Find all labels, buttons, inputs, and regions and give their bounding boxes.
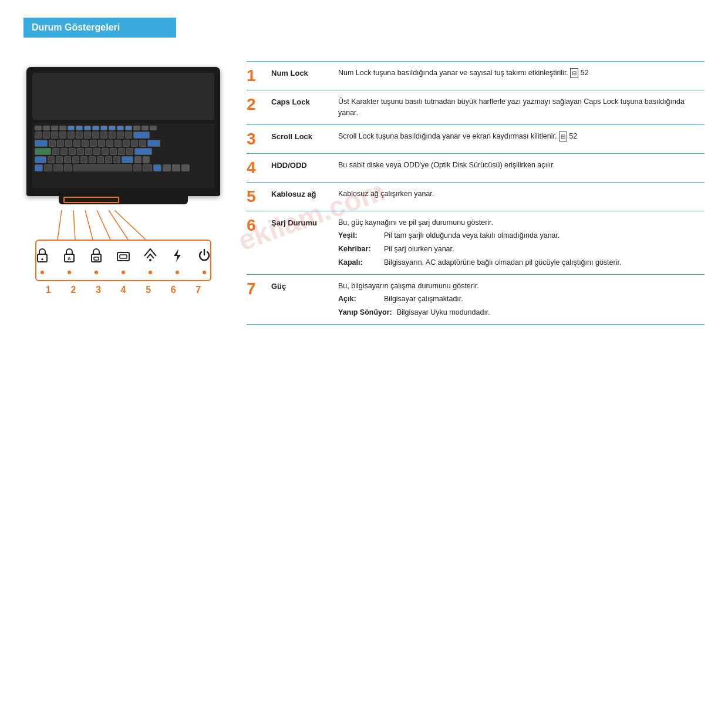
desc-number-7: 7: [247, 281, 263, 297]
svg-rect-10: [92, 254, 101, 262]
ind-num-6: 6: [166, 285, 181, 295]
desc-detail-2: Üst Karakter tuşunu basılı tutmadan büyü…: [338, 96, 705, 119]
desc-row-6: 6 Şarj Durumu Bu, güç kaynağını ve pil ş…: [247, 211, 705, 275]
svg-line-5: [114, 210, 146, 240]
ref-icon-3: ⊟: [559, 132, 567, 141]
desc-row-3: 3 Scroll Lock Scroll Lock tuşuna basıldı…: [247, 125, 705, 154]
sub-text-6-1: Pil tam şarjlı olduğunda veya takılı olm…: [384, 230, 560, 241]
desc-row-4: 4 HDD/ODD Bu sabit diske veya ODD'ye (Op…: [247, 154, 705, 183]
indicator-panel: ▲ A: [35, 240, 211, 281]
desc-number-2: 2: [247, 96, 263, 113]
indicator-5: [142, 247, 159, 274]
sub-row-6-2: Kehribar: Pil şarj olurken yanar.: [338, 244, 705, 255]
ind-num-1: 1: [41, 285, 56, 295]
sub-text-7-1: Bilgisayar çalışmaktadır.: [384, 294, 463, 305]
sub-label-7-2: Yanıp Sönüyor:: [338, 307, 392, 318]
ind-num-2: 2: [66, 285, 81, 295]
indicator-dot-1: [41, 271, 44, 274]
power-icon: [196, 247, 213, 267]
section-header: Durum Göstergeleri: [23, 18, 176, 38]
desc-term-7: Güç: [271, 281, 330, 291]
desc-row-5: 5 Kablosuz ağ Kablosuz ağ çalışırken yan…: [247, 183, 705, 211]
right-panel: 1 Num Lock Num Lock tuşuna basıldığında …: [247, 61, 705, 325]
svg-text:▲: ▲: [41, 257, 45, 261]
desc-term-4: HDD/ODD: [271, 160, 330, 170]
desc-detail-5: Kablosuz ağ çalışırken yanar.: [338, 188, 705, 200]
sub-row-7-2: Yanıp Sönüyor: Bilgisayar Uyku modundadı…: [338, 307, 705, 318]
desc-number-6: 6: [247, 217, 263, 234]
sub-label-6-3: Kapalı:: [338, 257, 379, 268]
sub-text-6-3: Bilgisayarın, AC adaptörüne bağlı olmada…: [384, 257, 621, 268]
keyboard-area: [32, 123, 214, 188]
desc-number-5: 5: [247, 188, 263, 205]
ind-num-7: 7: [191, 285, 205, 295]
desc-number-4: 4: [247, 160, 263, 176]
laptop-screen: [32, 73, 214, 120]
desc-number-1: 1: [247, 68, 263, 84]
sub-label-7-1: Açık:: [338, 294, 379, 305]
ref-icon-1: ⊟: [570, 68, 578, 78]
desc-row-1: 1 Num Lock Num Lock tuşuna basıldığında …: [247, 61, 705, 90]
connector-lines: [29, 210, 217, 240]
desc-term-5: Kablosuz ağ: [271, 188, 330, 198]
svg-line-1: [73, 210, 75, 240]
sub-text-6-2: Pil şarj olurken yanar.: [384, 244, 454, 255]
left-panel: ▲ A: [23, 67, 223, 295]
svg-line-3: [97, 210, 110, 240]
sub-row-7-1: Açık: Bilgisayar çalışmaktadır.: [338, 294, 705, 305]
indicator-4: [115, 247, 132, 274]
wireless-icon: [142, 247, 159, 267]
svg-rect-11: [94, 257, 99, 260]
desc-detail-1: Num Lock tuşuna basıldığında yanar ve sa…: [338, 68, 705, 79]
svg-line-2: [85, 210, 93, 240]
desc-detail-4: Bu sabit diske veya ODD'ye (Optik Disk S…: [338, 160, 705, 171]
desc-term-3: Scroll Lock: [271, 131, 330, 141]
desc-detail-3: Scroll Lock tuşuna basıldığında yanar ve…: [338, 131, 705, 142]
caps-lock-icon: A: [61, 247, 77, 267]
sub-label-6-1: Yeşil:: [338, 230, 379, 241]
svg-rect-13: [120, 255, 127, 258]
svg-point-14: [149, 259, 151, 261]
indicator-dot-5: [149, 271, 152, 274]
hdd-icon: [115, 247, 132, 267]
svg-line-4: [109, 210, 128, 240]
desc-term-6: Şarj Durumu: [271, 217, 330, 227]
laptop-illustration: [26, 67, 220, 204]
charge-icon: [169, 247, 186, 267]
indicator-3: [88, 247, 105, 274]
laptop-body: [26, 67, 220, 196]
scroll-lock-icon: [88, 247, 105, 267]
num-lock-icon: ▲: [34, 247, 50, 267]
indicator-dot-6: [176, 271, 179, 274]
svg-rect-12: [117, 252, 129, 261]
indicator-1: ▲: [34, 247, 50, 274]
ind-num-4: 4: [116, 285, 131, 295]
desc-detail-7: Bu, bilgisayarın çalışma durumunu göster…: [338, 281, 705, 318]
sub-row-6-3: Kapalı: Bilgisayarın, AC adaptörüne bağl…: [338, 257, 705, 268]
indicator-dot-4: [122, 271, 125, 274]
indicator-2: A: [61, 247, 77, 274]
desc-number-3: 3: [247, 131, 263, 147]
indicator-dot-3: [95, 271, 98, 274]
desc-row-7: 7 Güç Bu, bilgisayarın çalışma durumunu …: [247, 275, 705, 325]
svg-line-0: [58, 210, 62, 240]
desc-term-2: Caps Lock: [271, 96, 330, 106]
indicator-numbers: 1 2 3 4 5 6 7: [35, 285, 211, 295]
sub-row-6-1: Yeşil: Pil tam şarjlı olduğunda veya tak…: [338, 230, 705, 241]
ind-num-3: 3: [91, 285, 106, 295]
indicator-6: [169, 247, 186, 274]
desc-row-2: 2 Caps Lock Üst Karakter tuşunu basılı t…: [247, 90, 705, 125]
svg-text:A: A: [68, 256, 71, 261]
indicator-7: [196, 247, 213, 274]
sub-text-7-2: Bilgisayar Uyku modundadır.: [397, 307, 490, 318]
desc-term-1: Num Lock: [271, 68, 330, 77]
main-content: ▲ A: [23, 55, 705, 325]
indicator-dot-2: [68, 271, 71, 274]
sub-label-6-2: Kehribar:: [338, 244, 379, 255]
desc-detail-6: Bu, güç kaynağını ve pil şarj durumunu g…: [338, 217, 705, 268]
indicator-dot-7: [203, 271, 206, 274]
ind-num-5: 5: [141, 285, 156, 295]
